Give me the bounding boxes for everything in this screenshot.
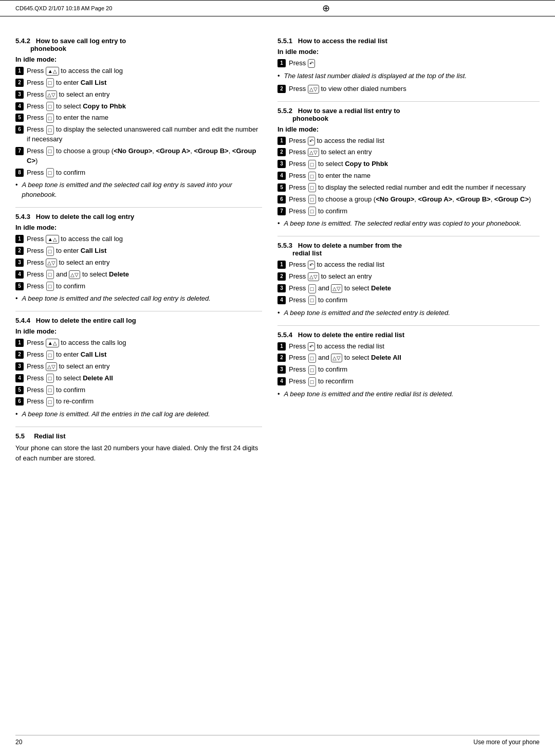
step-5-4-4-5: 5 Press □ to confirm xyxy=(15,385,262,395)
ok-icon: □ xyxy=(308,377,316,386)
section-5-5-2-title: 5.5.2 How to save a redial list entry to… xyxy=(278,107,540,122)
step-5-5-2-2: 2 Press △▽ to select an entry xyxy=(278,147,540,157)
note-bullet: • xyxy=(15,180,18,190)
mode-label-5-4-3: In idle mode: xyxy=(15,224,262,231)
note-bullet: • xyxy=(278,308,280,318)
nav-icon: △▽ xyxy=(46,362,57,371)
header-bar: CD645.QXD 2/1/07 10:18 AM Page 20 ⊕ xyxy=(0,0,555,16)
note-text-5-5-1: The latest last number dialed is display… xyxy=(284,71,467,81)
note-5-5-2: • A beep tone is emitted. The selected r… xyxy=(278,219,540,229)
ok-icon: □ xyxy=(46,114,54,123)
redial-icon: ↶ xyxy=(308,59,315,68)
section-5-4-2-title: 5.4.2 How to save call log entry to phon… xyxy=(15,37,262,52)
step-text-5-5-3-3: Press □ and △▽ to select Delete xyxy=(289,284,540,293)
step-num-7: 7 xyxy=(15,147,24,155)
step-text-5-5-1-1: Press ↶ xyxy=(289,59,540,68)
step-num-2: 2 xyxy=(15,247,24,255)
mode-label-5-5-2: In idle mode: xyxy=(278,125,540,133)
step-5-4-4-2: 2 Press □ to enter Call List xyxy=(15,350,262,360)
ok-icon: □ xyxy=(46,125,54,135)
step-text-5-4-3-5: Press □ to confirm xyxy=(27,282,262,291)
note-5-5-3: • A beep tone is emitted and the selecte… xyxy=(278,308,540,318)
note-5-4-4: • A beep tone is emitted. All the entrie… xyxy=(15,410,262,419)
mode-label-5-5-1: In idle mode: xyxy=(278,48,540,56)
nav-icon: △▽ xyxy=(308,85,319,94)
step-text-5-4-4-5: Press □ to confirm xyxy=(27,385,262,395)
section-5-5-title: 5.5 Redial list xyxy=(15,432,262,440)
step-num-3: 3 xyxy=(15,362,24,371)
step-num-5: 5 xyxy=(15,386,24,394)
section-5-5-3-num: 5.5.3 xyxy=(278,242,292,249)
step-num-2: 2 xyxy=(15,79,24,87)
step-5-5-4-4: 4 Press □ to reconfirm xyxy=(278,377,540,386)
ok-icon: □ xyxy=(46,146,54,156)
step-text-5-4-2-7: Press □ to choose a group (<No Group>, <… xyxy=(27,146,262,166)
step-text-5-4-4-6: Press □ to re-confirm xyxy=(27,397,262,407)
steps-5-4-3: 1 Press ▲△ to access the call log 2 Pres… xyxy=(15,234,262,291)
step-num-3: 3 xyxy=(15,90,24,99)
step-text-5-4-2-6: Press □ to display the selected unanswer… xyxy=(27,125,262,144)
step-text-5-4-3-2: Press □ to enter Call List xyxy=(27,246,262,256)
ok-icon: □ xyxy=(308,195,316,204)
section-5-4-2: 5.4.2 How to save call log entry to phon… xyxy=(15,32,262,200)
step-5-5-4-2: 2 Press □ and △▽ to select Delete All xyxy=(278,353,540,363)
step-text-5-5-3-2: Press △▽ to select an entry xyxy=(289,272,540,282)
section-5-5-intro: Your phone can store the last 20 numbers… xyxy=(15,443,262,463)
ok-icon: □ xyxy=(46,351,54,360)
step-num-2: 2 xyxy=(15,351,24,359)
ok-icon: □ xyxy=(308,183,316,192)
ok-icon: □ xyxy=(308,207,316,216)
step-num-3: 3 xyxy=(278,160,286,168)
step-5-4-2-4: 4 Press □ to select Copy to Phbk xyxy=(15,102,262,112)
step-num-4: 4 xyxy=(15,102,24,110)
section-5-4-4: 5.4.4 How to delete the entire call log … xyxy=(15,311,262,419)
page-wrapper: CD645.QXD 2/1/07 10:18 AM Page 20 ⊕ 5.4.… xyxy=(0,0,555,756)
note-5-5-1: • The latest last number dialed is displ… xyxy=(278,71,540,81)
step-num-1: 1 xyxy=(278,342,286,351)
step-5-5-2-6: 6 Press □ to choose a group (<No Group>,… xyxy=(278,195,540,205)
ok-icon: □ xyxy=(308,284,316,293)
step-text-5-5-4-3: Press □ to confirm xyxy=(289,365,540,375)
menu-icon: ▲△ xyxy=(46,235,59,244)
step-text-5-4-3-4: Press □ and △▽ to select Delete xyxy=(27,270,262,280)
note-5-4-2: • A beep tone is emitted and the selecte… xyxy=(15,180,262,200)
step-5-4-3-3: 3 Press △▽ to select an entry xyxy=(15,258,262,268)
note-bullet: • xyxy=(278,71,280,81)
step-5-4-2-2: 2 Press □ to enter Call List xyxy=(15,78,262,88)
nav-icon: △▽ xyxy=(46,259,57,267)
nav-icon: △▽ xyxy=(308,272,319,281)
ok-icon: □ xyxy=(46,247,54,256)
step-num-4: 4 xyxy=(278,377,286,385)
right-column: 5.5.1 How to access the redial list In i… xyxy=(278,32,540,470)
step-5-4-4-4: 4 Press □ to select Delete All xyxy=(15,374,262,383)
step-text-5-4-4-4: Press □ to select Delete All xyxy=(27,374,262,383)
step-text-5-5-1-2: Press △▽ to view other dialed numbers xyxy=(289,84,540,94)
step-text-5-5-2-3: Press □ to select Copy to Phbk xyxy=(289,159,540,169)
nav-icon: △▽ xyxy=(308,148,319,157)
step-5-4-4-6: 6 Press □ to re-confirm xyxy=(15,397,262,407)
header-crosshair: ⊕ xyxy=(322,3,330,14)
note-text-5-5-2: A beep tone is emitted. The selected red… xyxy=(284,219,522,229)
ok-icon: □ xyxy=(46,385,54,395)
section-5-5-2-num: 5.5.2 xyxy=(278,107,292,115)
steps-5-5-2: 1 Press ↶ to access the redial list 2 Pr… xyxy=(278,136,540,216)
note-5-4-3: • A beep tone is emitted and the selecte… xyxy=(15,294,262,304)
step-num-1: 1 xyxy=(15,235,24,243)
header-left: CD645.QXD 2/1/07 10:18 AM Page 20 xyxy=(15,5,112,11)
step-5-5-3-4: 4 Press □ to confirm xyxy=(278,296,540,305)
ok-icon: □ xyxy=(46,168,54,177)
step-num-6: 6 xyxy=(278,195,286,204)
section-5-4-3-num: 5.4.3 xyxy=(15,213,30,220)
note-bullet: • xyxy=(278,390,280,399)
step-text-5-4-2-3: Press △▽ to select an entry xyxy=(27,90,262,100)
step-5-5-2-1: 1 Press ↶ to access the redial list xyxy=(278,136,540,146)
section-5-4-4-title: 5.4.4 How to delete the entire call log xyxy=(15,317,262,324)
step-5-4-2-3: 3 Press △▽ to select an entry xyxy=(15,90,262,100)
section-5-5: 5.5 Redial list Your phone can store the… xyxy=(15,427,262,463)
step-text-5-4-4-3: Press △▽ to select an entry xyxy=(27,362,262,372)
step-num-4: 4 xyxy=(278,172,286,180)
step-num-3: 3 xyxy=(278,365,286,374)
step-num-2: 2 xyxy=(278,85,286,93)
note-text-5-5-4: A beep tone is emitted and the entire re… xyxy=(284,390,454,399)
left-column: 5.4.2 How to save call log entry to phon… xyxy=(15,32,262,470)
